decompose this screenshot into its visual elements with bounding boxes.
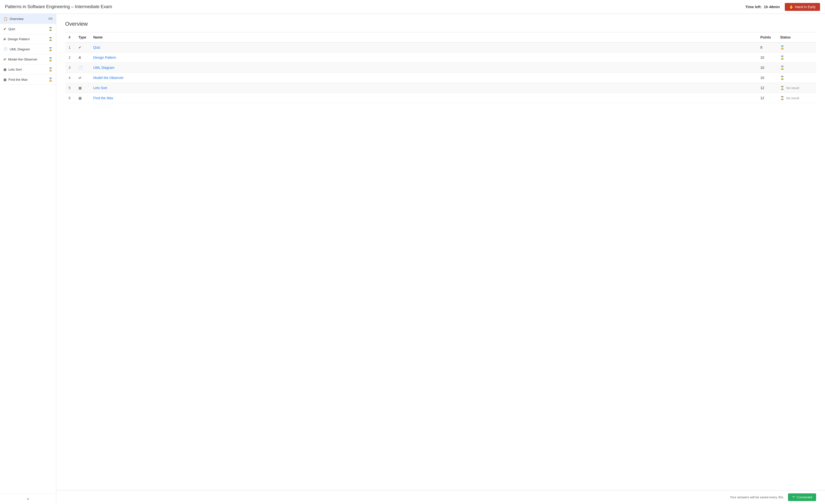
exercise-link[interactable]: Quiz <box>93 46 100 49</box>
sidebar-item-label: Quiz <box>8 27 15 31</box>
header-right: Time left: 1h 48min ✋ Hand in Early <box>745 3 820 11</box>
max-type-icon: ▦ <box>78 96 82 100</box>
row-name[interactable]: Lets Sort <box>90 83 757 93</box>
sort-icon: ▦ <box>3 68 6 71</box>
hourglass-icon: ⌛ <box>780 76 784 80</box>
sidebar-item-label: UML Diagram <box>10 48 30 51</box>
no-result-label: No result <box>786 86 799 90</box>
sidebar-item-model-observer[interactable]: ⇄ Model the Observer ⌛ <box>0 54 56 64</box>
hourglass-icon: ⌛ <box>48 47 53 51</box>
content-footer: Your answers will be saved every 30s. "I… <box>56 490 825 504</box>
status-cell: ⌛ No result <box>777 83 816 93</box>
row-name[interactable]: Quiz <box>90 43 757 53</box>
uml-type-icon: 📄 <box>78 66 83 70</box>
row-num: 2 <box>65 53 75 63</box>
hourglass-icon: ⌛ <box>780 96 784 100</box>
row-type: ▦ <box>75 93 90 103</box>
app-header: Patterns in Software Engineering – Inter… <box>0 0 825 14</box>
sidebar-item-quiz[interactable]: ✔ Quiz ⌛ <box>0 24 56 34</box>
hourglass-icon: ⌛ <box>780 56 784 60</box>
exercise-link[interactable]: Model the Observer <box>93 76 124 80</box>
sidebar-item-label: Model the Observer <box>8 58 38 61</box>
row-num: 4 <box>65 73 75 83</box>
sidebar-item-design-pattern[interactable]: A Design Pattern ⌛ <box>0 34 56 44</box>
time-value: 1h 48min <box>764 5 780 9</box>
main-content: Overview # Type Name Points Status 1 ✔ <box>56 14 825 504</box>
sidebar-item-label: Lets Sort <box>8 68 22 71</box>
check-icon: ✔ <box>3 27 6 31</box>
overview-badge: 0/6 <box>48 17 53 20</box>
row-num: 6 <box>65 93 75 103</box>
col-header-name: Name <box>90 32 757 43</box>
hand-in-button[interactable]: ✋ Hand in Early <box>785 3 820 11</box>
connected-label: Connected <box>797 495 812 499</box>
table-row: 3 📄 UML Diagram 10 ⌛ <box>65 63 816 73</box>
overview-table: # Type Name Points Status 1 ✔ Quiz 8 ⌛ <box>65 32 816 103</box>
sidebar-item-overview[interactable]: 📋 Overview 0/6 <box>0 14 56 24</box>
exercise-link[interactable]: Find the Max <box>93 96 113 100</box>
save-notice: Your answers will be saved every 30s. <box>730 495 784 499</box>
status-cell: ⌛ No result <box>777 93 816 103</box>
row-num: 1 <box>65 43 75 53</box>
sidebar-item-lets-sort[interactable]: ▦ Lets Sort ⌛ <box>0 64 56 75</box>
row-points: 12 <box>757 83 777 93</box>
content-inner: Overview # Type Name Points Status 1 ✔ <box>56 14 825 490</box>
row-type: 📄 <box>75 63 90 73</box>
row-type: ⇄ <box>75 73 90 83</box>
row-name[interactable]: UML Diagram <box>90 63 757 73</box>
row-type: A <box>75 53 90 63</box>
hourglass-icon: ⌛ <box>780 46 784 49</box>
status-cell: ⌛ <box>777 43 816 52</box>
exercise-link[interactable]: Design Pattern <box>93 56 116 60</box>
status-cell: ⌛ <box>777 53 816 62</box>
table-row: 5 ▦ Lets Sort 12 ⌛ No result <box>65 83 816 93</box>
table-row: 6 ▦ Find the Max 12 ⌛ No result <box>65 93 816 103</box>
row-type: ✔ <box>75 43 90 53</box>
sidebar: 📋 Overview 0/6 ✔ Quiz ⌛ A Design Pattern… <box>0 14 56 504</box>
row-type: ▦ <box>75 83 90 93</box>
sidebar-item-find-max[interactable]: ▦ Find the Max ⌛ <box>0 75 56 85</box>
col-header-type: Type <box>75 32 90 43</box>
table-row: 4 ⇄ Model the Observer 10 ⌛ <box>65 73 816 83</box>
hourglass-icon: ⌛ <box>48 27 53 31</box>
page-title: Overview <box>65 21 816 27</box>
observer-type-icon: ⇄ <box>78 76 81 80</box>
collapse-icon: « <box>27 497 29 501</box>
observer-icon: ⇄ <box>3 58 6 61</box>
uml-icon: 📄 <box>3 47 8 51</box>
col-header-num: # <box>65 32 75 43</box>
hourglass-icon: ⌛ <box>48 37 53 41</box>
row-points: 8 <box>757 43 777 53</box>
row-name[interactable]: Find the Max <box>90 93 757 103</box>
time-left-label: Time left: 1h 48min <box>745 5 780 9</box>
row-name[interactable]: Design Pattern <box>90 53 757 63</box>
connected-status: "I" Connected <box>788 493 816 501</box>
exercise-link[interactable]: Lets Sort <box>93 86 107 90</box>
sort-type-icon: ▦ <box>78 86 82 90</box>
status-cell: ⌛ <box>777 73 816 83</box>
quiz-type-icon: ✔ <box>78 46 81 49</box>
exam-title: Patterns in Software Engineering – Inter… <box>5 4 112 9</box>
max-icon: ▦ <box>3 78 6 81</box>
status-cell: ⌛ <box>777 63 816 73</box>
hourglass-icon: ⌛ <box>780 66 784 70</box>
file-icon: 📋 <box>3 17 8 21</box>
sidebar-item-label: Overview <box>10 17 23 21</box>
hourglass-icon: ⌛ <box>780 86 784 90</box>
exercise-link[interactable]: UML Diagram <box>93 66 115 70</box>
hand-icon: ✋ <box>789 5 794 9</box>
row-num: 5 <box>65 83 75 93</box>
design-pattern-icon: A <box>3 37 6 41</box>
table-row: 1 ✔ Quiz 8 ⌛ <box>65 43 816 53</box>
sidebar-item-label: Find the Max <box>8 78 28 81</box>
col-header-status: Status <box>777 32 816 43</box>
row-points: 10 <box>757 63 777 73</box>
main-layout: 📋 Overview 0/6 ✔ Quiz ⌛ A Design Pattern… <box>0 14 825 504</box>
row-points: 12 <box>757 93 777 103</box>
sidebar-collapse-button[interactable]: « <box>0 493 56 504</box>
row-name[interactable]: Model the Observer <box>90 73 757 83</box>
connected-icon: "I" <box>792 495 795 499</box>
sidebar-item-uml-diagram[interactable]: 📄 UML Diagram ⌛ <box>0 44 56 54</box>
table-header: # Type Name Points Status <box>65 32 816 43</box>
no-result-label: No result <box>786 96 799 100</box>
